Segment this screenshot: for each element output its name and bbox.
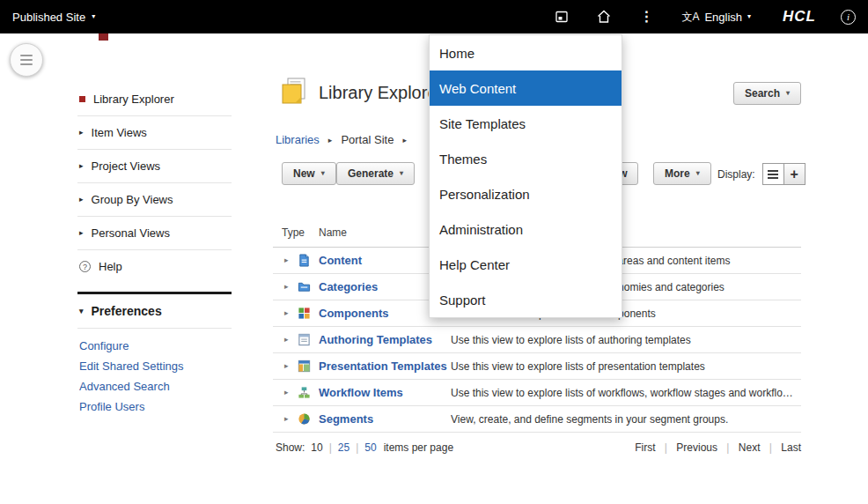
table-row[interactable]: ▸ Presentation Templates Use this view t…	[273, 353, 801, 380]
chevron-right-icon: ▸	[79, 162, 84, 170]
sidebar-link-configure[interactable]: Configure	[79, 339, 230, 352]
expand-arrow-icon[interactable]: ▸	[273, 283, 298, 291]
expand-arrow-icon[interactable]: ▸	[273, 256, 298, 264]
column-header-type: Type	[273, 226, 319, 239]
breadcrumb-arrow-icon: ▸	[402, 136, 407, 145]
menu-item-home[interactable]: Home	[430, 35, 622, 70]
generate-button[interactable]: Generate ▾	[336, 162, 415, 185]
sidebar-item-label: Personal Views	[92, 226, 170, 240]
menu-item-personalization[interactable]: Personalization	[430, 176, 622, 211]
app-screen: Published Site ▾ ⋮ 文A English ▾	[0, 0, 868, 504]
sidebar: Library Explorer ▸ Item Views ▸ Project …	[77, 83, 232, 424]
table-row[interactable]: ▸ Authoring Templates Use this view to e…	[273, 327, 801, 353]
sidebar-item-item-views[interactable]: ▸ Item Views	[77, 116, 232, 150]
breadcrumb-portal-site[interactable]: Portal Site	[341, 133, 394, 146]
row-name-link[interactable]: Segments	[319, 412, 451, 426]
site-selector[interactable]: Published Site ▾	[12, 11, 95, 24]
page-size-50[interactable]: 50	[364, 441, 376, 454]
selected-marker-icon	[79, 96, 85, 102]
caret-down-icon: ▾	[747, 13, 751, 20]
translate-icon: 文A	[681, 10, 699, 25]
table-row[interactable]: ▸ Workflow Items Use this view to explor…	[273, 380, 801, 406]
expand-arrow-icon[interactable]: ▸	[273, 389, 298, 397]
more-button[interactable]: More ▾	[653, 162, 711, 185]
sidebar-link-profile-users[interactable]: Profile Users	[79, 400, 230, 413]
sidebar-item-label: Project Views	[92, 159, 161, 173]
authoring-templates-icon	[298, 333, 319, 346]
expand-arrow-icon[interactable]: ▸	[273, 309, 298, 317]
page-size-current[interactable]: 10	[311, 441, 322, 454]
list-view-button[interactable]	[762, 163, 784, 185]
expand-arrow-icon[interactable]: ▸	[273, 336, 298, 344]
add-view-button[interactable]: +	[783, 163, 805, 185]
items-per-page-label: items per page	[384, 441, 453, 454]
workflow-items-icon	[298, 386, 319, 399]
pagination-nav: First | Previous | Next | Last	[635, 441, 801, 454]
menu-item-web-content[interactable]: Web Content	[430, 70, 622, 106]
row-name-link[interactable]: Workflow Items	[319, 386, 451, 399]
language-selector[interactable]: 文A English ▾	[681, 10, 751, 25]
row-description: Use this view to explore lists of author…	[451, 334, 801, 346]
sidebar-item-help[interactable]: ? Help	[77, 250, 232, 283]
row-description: View, create, and define segments in you…	[451, 413, 801, 426]
sidebar-link-advanced-search[interactable]: Advanced Search	[79, 380, 230, 393]
list-view-icon	[768, 170, 778, 179]
hcl-logo: HCL	[783, 8, 816, 26]
search-button[interactable]: Search ▾	[733, 82, 801, 105]
row-name-link[interactable]: Presentation Templates	[319, 359, 451, 373]
next-page-button[interactable]: Next	[739, 441, 761, 454]
menu-item-help-center[interactable]: Help Center	[430, 247, 622, 282]
menu-item-support[interactable]: Support	[430, 282, 622, 317]
site-edit-indicator	[99, 33, 108, 41]
menu-item-site-templates[interactable]: Site Templates	[430, 106, 622, 141]
expand-arrow-icon[interactable]: ▸	[273, 415, 298, 423]
chevron-right-icon: ▸	[79, 196, 84, 204]
expand-arrow-icon[interactable]: ▸	[273, 362, 298, 370]
categories-icon	[298, 280, 319, 293]
content-icon	[298, 254, 319, 267]
sidebar-link-edit-shared-settings[interactable]: Edit Shared Settings	[79, 359, 230, 373]
sidebar-item-group-by-views[interactable]: ▸ Group By Views	[77, 183, 232, 217]
new-button[interactable]: New ▾	[282, 162, 336, 185]
sidebar-item-personal-views[interactable]: ▸ Personal Views	[77, 217, 232, 250]
caret-down-icon: ▾	[400, 170, 403, 177]
menu-item-administration[interactable]: Administration	[430, 211, 622, 247]
preferences-label: Preferences	[92, 304, 162, 318]
first-page-button[interactable]: First	[635, 441, 655, 454]
caret-down-icon: ▾	[92, 13, 95, 20]
last-page-button[interactable]: Last	[781, 441, 801, 454]
show-label: Show:	[276, 441, 305, 454]
hamburger-icon	[20, 55, 33, 56]
menu-item-themes[interactable]: Themes	[430, 141, 622, 176]
library-icon	[280, 77, 309, 109]
page-size-25[interactable]: 25	[338, 441, 349, 454]
segments-icon	[298, 412, 319, 426]
sidebar-item-project-views[interactable]: ▸ Project Views	[77, 150, 232, 183]
caret-down-icon: ▾	[321, 170, 325, 177]
sidebar-item-label: Help	[99, 260, 122, 273]
presentation-templates-icon	[298, 359, 319, 373]
topbar: Published Site ▾ ⋮ 文A English ▾	[0, 0, 868, 33]
row-description: Use this view to explore lists of workfl…	[451, 387, 801, 399]
preferences-links: Configure Edit Shared Settings Advanced …	[77, 329, 232, 424]
open-site-icon[interactable]	[555, 10, 569, 24]
hamburger-menu-button[interactable]	[10, 43, 43, 77]
kebab-menu-icon[interactable]: ⋮	[639, 10, 653, 24]
home-icon[interactable]	[596, 9, 612, 25]
page-title: Library Explorer	[319, 83, 443, 103]
breadcrumb-libraries[interactable]: Libraries	[276, 133, 320, 146]
chevron-down-icon: ▾	[79, 308, 84, 315]
display-label: Display:	[717, 168, 755, 181]
chevron-right-icon: ▸	[79, 129, 84, 137]
help-icon: ?	[79, 261, 91, 272]
topbar-actions: ⋮ 文A English ▾ HCL i	[555, 8, 856, 26]
display-options: Display: +	[717, 163, 805, 185]
sidebar-item-label: Library Explorer	[93, 93, 174, 106]
info-icon[interactable]: i	[841, 10, 856, 25]
table-row[interactable]: ▸ Segments View, create, and define segm…	[273, 406, 801, 433]
previous-page-button[interactable]: Previous	[676, 441, 717, 454]
row-name-link[interactable]: Authoring Templates	[319, 333, 451, 346]
sidebar-section-preferences[interactable]: ▾ Preferences	[77, 294, 232, 329]
pagination: Show: 10 | 25 | 50 items per page First …	[273, 441, 801, 454]
sidebar-item-library-explorer[interactable]: Library Explorer	[77, 83, 232, 116]
